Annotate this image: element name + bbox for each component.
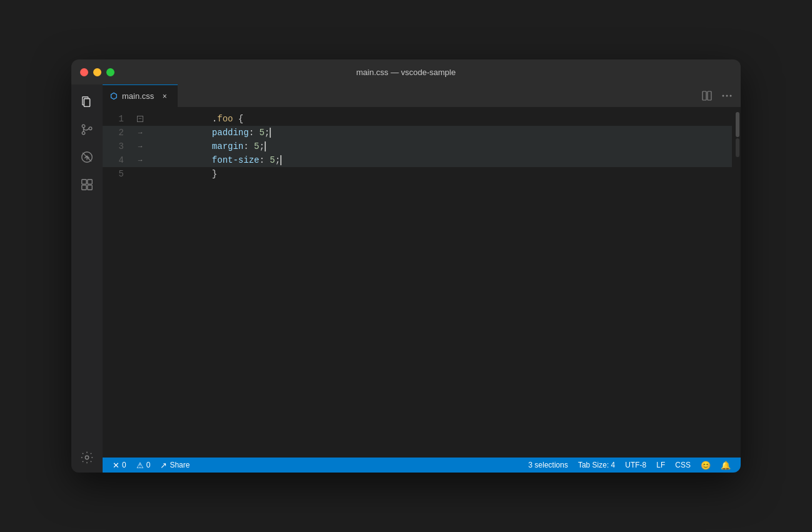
- vscode-window: main.css — vscode-sample: [71, 59, 741, 473]
- scrollbar-thumb-2[interactable]: [736, 138, 739, 157]
- svg-rect-13: [88, 185, 92, 190]
- status-bar: ✕ 0 ⚠ 0 ↗ Share 3 selections Tab Size:: [103, 458, 741, 473]
- more-actions-icon: [722, 91, 732, 101]
- editor-area: ⬡ main.css ×: [103, 84, 741, 473]
- maximize-button[interactable]: [106, 68, 114, 76]
- line-number-1: 1: [103, 112, 134, 126]
- svg-rect-1: [84, 99, 89, 107]
- status-errors[interactable]: ✕ 0: [108, 458, 131, 473]
- extensions-icon: [80, 178, 94, 192]
- window-title: main.css — vscode-sample: [357, 68, 456, 77]
- status-share[interactable]: ↗ Share: [155, 458, 195, 473]
- tab-filename: main.css: [122, 91, 154, 101]
- tab-bar: ⬡ main.css ×: [103, 84, 741, 107]
- status-warnings[interactable]: ⚠ 0: [131, 458, 156, 473]
- status-tab-size[interactable]: Tab Size: 4: [573, 458, 620, 473]
- language-text: CSS: [675, 461, 691, 469]
- svg-point-5: [89, 127, 92, 130]
- sidebar-item-source-control[interactable]: [74, 117, 99, 142]
- settings-icon: [80, 451, 94, 464]
- feedback-icon: 😊: [701, 461, 711, 470]
- code-editor[interactable]: 1 − .foo { 2 → padding: 5;: [103, 107, 741, 458]
- svg-point-19: [730, 95, 732, 97]
- encoding-text: UTF-8: [625, 461, 646, 469]
- files-icon: [80, 95, 94, 109]
- status-language[interactable]: CSS: [670, 458, 696, 473]
- no-publish-icon: [80, 150, 94, 164]
- split-editor-icon: [702, 91, 712, 101]
- svg-point-4: [82, 131, 85, 135]
- traffic-lights: [80, 68, 114, 76]
- sidebar-item-no-publish[interactable]: [74, 145, 99, 170]
- warning-icon: ⚠: [136, 461, 144, 470]
- arrow-indicator-2: →: [134, 126, 146, 140]
- sidebar-item-extensions[interactable]: [74, 172, 99, 197]
- scrollbar-track[interactable]: [732, 107, 741, 458]
- error-count: 0: [122, 461, 126, 469]
- sidebar: [71, 84, 103, 473]
- source-control-icon: [80, 123, 94, 136]
- svg-point-14: [85, 456, 89, 459]
- collapse-indicator-1[interactable]: −: [134, 116, 146, 122]
- scrollbar-thumb[interactable]: [736, 112, 739, 137]
- warning-count: 0: [146, 461, 151, 469]
- arrow-indicator-3: →: [134, 140, 146, 153]
- status-encoding[interactable]: UTF-8: [620, 458, 651, 473]
- tab-close-button[interactable]: ×: [159, 91, 170, 102]
- close-button[interactable]: [80, 68, 88, 76]
- sidebar-item-settings[interactable]: [74, 448, 99, 473]
- selections-text: 3 selections: [529, 461, 568, 469]
- share-icon: ↗: [160, 461, 167, 470]
- line-number-5: 5: [103, 167, 134, 181]
- line-ending-text: LF: [656, 461, 665, 469]
- svg-rect-16: [708, 91, 711, 100]
- svg-rect-12: [82, 185, 86, 190]
- line-number-2: 2: [103, 126, 134, 140]
- svg-rect-15: [703, 91, 706, 100]
- arrow-indicator-4: →: [134, 153, 146, 167]
- status-selections[interactable]: 3 selections: [524, 458, 573, 473]
- error-icon: ✕: [113, 461, 119, 470]
- svg-point-3: [82, 125, 85, 128]
- split-editor-button[interactable]: [698, 87, 716, 105]
- line-number-3: 3: [103, 140, 134, 153]
- line-content-5: }: [146, 153, 741, 195]
- code-line-5: 5 }: [103, 167, 741, 181]
- more-actions-button[interactable]: [718, 87, 736, 105]
- svg-rect-10: [82, 180, 86, 184]
- svg-rect-11: [88, 180, 92, 184]
- status-notifications[interactable]: 🔔: [716, 458, 736, 473]
- status-line-ending[interactable]: LF: [651, 458, 670, 473]
- minimize-button[interactable]: [93, 68, 101, 76]
- main-area: ⬡ main.css ×: [71, 84, 741, 473]
- tab-actions: [698, 84, 741, 107]
- tab-size-text: Tab Size: 4: [578, 461, 615, 469]
- line-number-4: 4: [103, 153, 134, 167]
- css-file-icon: ⬡: [110, 91, 117, 101]
- share-label: Share: [170, 461, 190, 469]
- titlebar: main.css — vscode-sample: [71, 59, 741, 84]
- tab-main-css[interactable]: ⬡ main.css ×: [103, 84, 178, 107]
- sidebar-item-files[interactable]: [74, 90, 99, 115]
- svg-point-18: [726, 95, 728, 97]
- bell-icon: 🔔: [721, 461, 731, 470]
- status-feedback[interactable]: 😊: [696, 458, 716, 473]
- svg-point-17: [723, 95, 724, 97]
